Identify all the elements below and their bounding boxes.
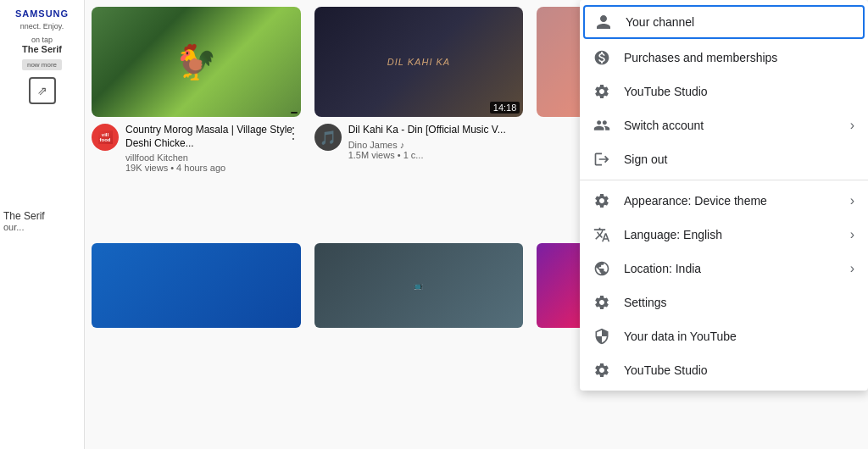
menu-item-settings[interactable]: Settings	[580, 285, 868, 319]
menu-label-location: Location: India	[624, 262, 837, 275]
menu-label-settings: Settings	[624, 296, 854, 309]
video-meta-2: 1.5M views • 1 c...	[348, 150, 524, 160]
our-label: our...	[3, 222, 81, 232]
globe-icon	[593, 260, 610, 277]
menu-item-youtube-studio-2[interactable]: YouTube Studio	[580, 353, 868, 387]
menu-item-your-data[interactable]: Your data in YouTube	[580, 319, 868, 353]
menu-item-switch-account[interactable]: Switch account ›	[580, 108, 868, 142]
video-details-2: Dil Kahi Ka - Din [Official Music V... D…	[348, 124, 524, 160]
menu-item-your-channel[interactable]: Your channel	[583, 5, 865, 39]
menu-label-purchases: Purchases and memberships	[624, 51, 854, 64]
video-info-1: villfood Country Morog Masala | Village …	[92, 124, 301, 173]
menu-item-location[interactable]: Location: India ›	[580, 252, 868, 285]
person-swap-icon	[593, 117, 610, 134]
ad-tagline: nnect. Enjoy.	[20, 22, 64, 32]
gear-icon-yt-studio-2	[593, 362, 610, 379]
gear-icon-1	[593, 83, 610, 100]
sign-out-icon	[593, 151, 610, 168]
gear-icon-settings	[593, 294, 610, 311]
menu-item-youtube-studio-1[interactable]: YouTube Studio	[580, 75, 868, 108]
channel-name-2[interactable]: Dino James ♪	[348, 140, 524, 150]
menu-label-language: Language: English	[624, 228, 837, 241]
video-thumbnail-1[interactable]	[92, 7, 301, 117]
menu-label-sign-out: Sign out	[624, 152, 854, 166]
channel-avatar-1: villfood	[92, 124, 119, 151]
menu-label-switch-account: Switch account	[624, 119, 837, 132]
serif-label: The Serif	[3, 210, 81, 222]
menu-label-your-data: Your data in YouTube	[624, 330, 854, 343]
video-info-2: 🎵 Dil Kahi Ka - Din [Official Music V...…	[314, 124, 524, 160]
chevron-right-icon-appearance: ›	[850, 193, 854, 208]
ad-now-more: now more	[22, 59, 62, 70]
video-thumbnail-2[interactable]: DIL KAHI KA 14:18	[314, 7, 524, 117]
video-card-1: ⋮ villfood Country Morog Masala | Villag…	[92, 7, 301, 223]
translate-icon	[593, 226, 610, 243]
menu-label-appearance: Appearance: Device theme	[624, 194, 837, 208]
menu-label-youtube-studio-2: YouTube Studio	[624, 363, 854, 377]
ad-brand: SAMSUNG	[15, 8, 69, 19]
account-dropdown-menu: Your channel Purchases and memberships Y…	[580, 0, 868, 391]
channel-name-1[interactable]: villfood Kitchen	[125, 152, 301, 163]
video-card-b1	[92, 243, 301, 378]
chevron-right-icon-language: ›	[850, 227, 854, 242]
menu-item-appearance[interactable]: Appearance: Device theme ›	[580, 184, 868, 218]
video-title-2[interactable]: Dil Kahi Ka - Din [Official Music V...	[348, 124, 524, 137]
channel-avatar-2: 🎵	[314, 124, 342, 151]
menu-item-sign-out[interactable]: Sign out	[580, 142, 868, 176]
shield-icon	[593, 328, 610, 345]
video-card-b2: 📺	[314, 243, 524, 378]
duration-badge-2: 14:18	[490, 102, 520, 114]
dollar-icon	[593, 49, 610, 66]
chevron-right-icon-switch: ›	[850, 118, 854, 133]
video-title-1[interactable]: Country Morog Masala | Village Style Des…	[125, 124, 301, 150]
video-meta-1: 19K views • 4 hours ago	[125, 163, 301, 173]
ad-tap: on tap	[31, 36, 53, 44]
video-card-2: DIL KAHI KA 14:18 🎵 Dil Kahi Ka - Din [O…	[314, 7, 524, 223]
person-icon	[595, 14, 612, 30]
left-text-content: The Serif our...	[3, 210, 81, 232]
menu-label-youtube-studio-1: YouTube Studio	[624, 85, 854, 98]
chevron-right-icon-location: ›	[850, 261, 854, 276]
more-options-1[interactable]: ⋮	[286, 124, 301, 142]
video-thumbnail-b2[interactable]: 📺	[314, 243, 524, 328]
menu-divider-1	[580, 180, 868, 180]
video-thumbnail-b1[interactable]	[92, 243, 301, 328]
avatar-villfood: villfood	[98, 130, 113, 144]
duration-badge-1	[291, 112, 298, 114]
thumb-dil-text: DIL KAHI KA	[381, 50, 457, 74]
menu-item-purchases[interactable]: Purchases and memberships	[580, 41, 868, 75]
video-details-1: Country Morog Masala | Village Style Des…	[125, 124, 301, 173]
ad-serif: The Serif	[22, 44, 62, 54]
ad-external-icon[interactable]	[29, 77, 56, 104]
gear-icon-appearance	[593, 192, 610, 209]
menu-label-your-channel: Your channel	[626, 15, 853, 29]
menu-item-language[interactable]: Language: English ›	[580, 218, 868, 252]
